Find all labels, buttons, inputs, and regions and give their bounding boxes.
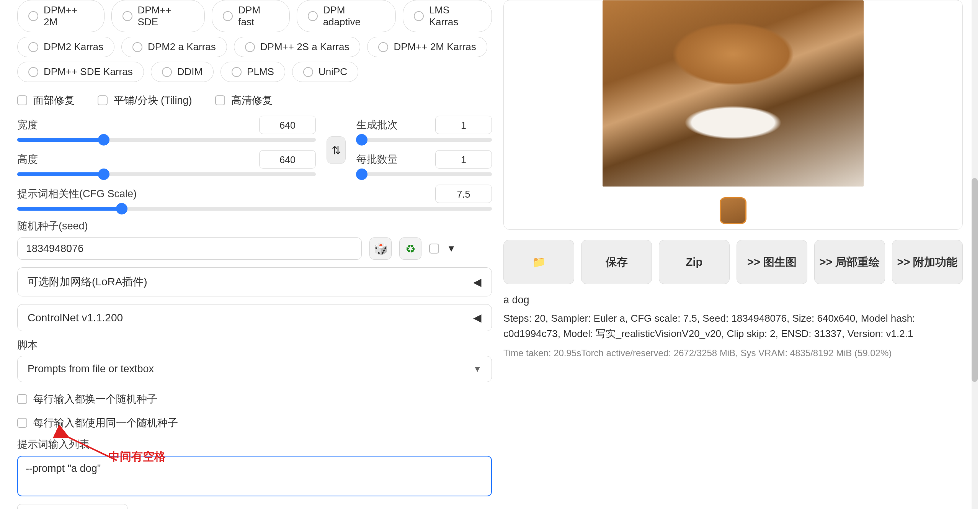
sampler-label: DPM++ SDE — [138, 4, 194, 28]
checkbox-icon — [17, 95, 27, 105]
sampler-dpmpp-2m-karras[interactable]: DPM++ 2M Karras — [367, 37, 487, 57]
radio-icon — [414, 11, 424, 21]
page-scrollbar[interactable] — [972, 0, 978, 509]
save-button[interactable]: 保存 — [581, 240, 652, 284]
height-label: 高度 — [17, 152, 38, 166]
output-preview-card — [503, 0, 963, 230]
send-to-inpaint-button[interactable]: >> 局部重绘 — [814, 240, 885, 284]
sampler-dpm-adaptive[interactable]: DPM adaptive — [297, 0, 396, 32]
reuse-seed-button[interactable]: ♻ — [399, 237, 421, 260]
width-value-input[interactable]: 640 — [259, 116, 316, 134]
script-dropdown[interactable]: Prompts from file or textbox ▼ — [17, 356, 492, 382]
slider-thumb-icon[interactable] — [98, 134, 109, 146]
sampler-dpmpp-sde[interactable]: DPM++ SDE — [111, 0, 205, 32]
iterate-seed-checkbox[interactable]: 每行输入都换一个随机种子 — [17, 392, 492, 406]
height-slider[interactable] — [17, 172, 316, 176]
cfg-slider[interactable] — [17, 207, 492, 211]
prompt-list-label: 提示词输入列表 — [17, 437, 492, 451]
radio-icon — [28, 11, 38, 21]
generated-image[interactable] — [603, 0, 864, 187]
script-label: 脚本 — [17, 338, 492, 352]
batch-size-label: 每批数量 — [356, 152, 398, 166]
face-restore-checkbox[interactable]: 面部修复 — [17, 93, 75, 107]
batch-size-slider[interactable] — [356, 172, 492, 176]
sampler-label: DPM++ 2S a Karras — [260, 41, 350, 53]
batch-count-input[interactable]: 1 — [435, 116, 492, 134]
batch-count-slider[interactable] — [356, 138, 492, 142]
dice-icon: 🎲 — [374, 242, 388, 255]
prompt-list-textarea[interactable] — [17, 456, 492, 496]
checkbox-label: 平铺/分块 (Tiling) — [114, 93, 192, 107]
sampler-dpmpp-2sa-karras[interactable]: DPM++ 2S a Karras — [234, 37, 361, 57]
checkbox-icon — [215, 95, 225, 105]
output-timing-text: Time taken: 20.95sTorch active/reserved:… — [503, 348, 963, 358]
slider-thumb-icon[interactable] — [116, 203, 127, 214]
height-value-input[interactable]: 640 — [259, 150, 316, 169]
folder-icon: 📁 — [532, 255, 546, 269]
width-slider[interactable] — [17, 138, 316, 142]
sampler-label: UniPC — [318, 66, 347, 78]
random-seed-button[interactable]: 🎲 — [369, 237, 392, 260]
output-prompt-text: a dog — [503, 294, 963, 306]
triangle-left-icon: ◀ — [473, 311, 482, 324]
width-label: 宽度 — [17, 118, 38, 132]
sampler-label: LMS Karras — [429, 4, 481, 28]
sampler-label: DPM++ 2M Karras — [394, 41, 476, 53]
sampler-label: DPM2 a Karras — [148, 41, 216, 53]
controlnet-accordion[interactable]: ControlNet v1.1.200 ◀ — [17, 304, 492, 331]
radio-icon — [232, 67, 242, 77]
open-folder-button[interactable]: 📁 — [503, 240, 574, 284]
radio-icon — [122, 11, 132, 21]
sampler-options: DPM++ 2M DPM++ SDE DPM fast DPM adaptive… — [17, 0, 492, 82]
radio-icon — [28, 42, 38, 52]
sampler-label: DPM fast — [238, 4, 278, 28]
sampler-label: DPM adaptive — [323, 4, 385, 28]
checkbox-label: 每行输入都换一个随机种子 — [33, 392, 157, 406]
scrollbar-thumb[interactable] — [972, 178, 978, 382]
sampler-dpmpp-sde-karras[interactable]: DPM++ SDE Karras — [17, 62, 144, 82]
checkbox-icon — [17, 394, 27, 404]
hires-fix-checkbox[interactable]: 高清修复 — [215, 93, 273, 107]
slider-thumb-icon[interactable] — [98, 169, 109, 180]
checkbox-label: 每行输入都使用同一个随机种子 — [33, 416, 178, 430]
sampler-unipc[interactable]: UniPC — [292, 62, 358, 82]
slider-thumb-icon[interactable] — [356, 169, 368, 180]
cfg-scale-input[interactable]: 7.5 — [435, 185, 492, 203]
slider-thumb-icon[interactable] — [356, 134, 368, 146]
radio-icon — [303, 67, 313, 77]
seed-expand-toggle[interactable]: ▼ — [447, 243, 456, 254]
radio-icon — [28, 67, 38, 77]
seed-extra-checkbox[interactable] — [429, 244, 439, 254]
sampler-ddim[interactable]: DDIM — [151, 62, 214, 82]
batch-count-label: 生成批次 — [356, 118, 398, 132]
batch-size-input[interactable]: 1 — [435, 150, 492, 169]
thumbnail[interactable] — [720, 197, 746, 224]
sampler-lms-karras[interactable]: LMS Karras — [403, 0, 492, 32]
radio-icon — [378, 42, 388, 52]
sampler-dpm2-karras[interactable]: DPM2 Karras — [17, 37, 114, 57]
seed-label: 随机种子(seed) — [17, 219, 492, 233]
radio-icon — [245, 42, 255, 52]
sampler-label: DPM2 Karras — [44, 41, 103, 53]
send-to-extras-button[interactable]: >> 附加功能 — [892, 240, 963, 284]
output-parameters-text: Steps: 20, Sampler: Euler a, CFG scale: … — [503, 311, 963, 342]
radio-icon — [223, 11, 233, 21]
cfg-scale-label: 提示词相关性(CFG Scale) — [17, 187, 137, 201]
checkbox-label: 高清修复 — [231, 93, 273, 107]
tiling-checkbox[interactable]: 平铺/分块 (Tiling) — [98, 93, 192, 107]
sampler-dpmpp-2m[interactable]: DPM++ 2M — [17, 0, 105, 32]
accordion-title: ControlNet v1.1.200 — [28, 312, 123, 324]
sampler-dpm2a-karras[interactable]: DPM2 a Karras — [121, 37, 227, 57]
sampler-dpm-fast[interactable]: DPM fast — [212, 0, 289, 32]
checkbox-label: 面部修复 — [33, 93, 75, 107]
swap-icon: ⇅ — [332, 144, 341, 157]
upload-prompt-file-button[interactable]: 🗎 上传提示词输入文件 — [17, 504, 127, 509]
sampler-plms[interactable]: PLMS — [220, 62, 285, 82]
zip-button[interactable]: Zip — [659, 240, 730, 284]
swap-dimensions-button[interactable]: ⇅ — [327, 136, 346, 164]
sampler-label: DDIM — [177, 66, 203, 78]
send-to-img2img-button[interactable]: >> 图生图 — [737, 240, 807, 284]
same-seed-checkbox[interactable]: 每行输入都使用同一个随机种子 — [17, 416, 492, 430]
seed-input[interactable] — [17, 237, 362, 260]
lora-accordion[interactable]: 可选附加网络(LoRA插件) ◀ — [17, 267, 492, 296]
